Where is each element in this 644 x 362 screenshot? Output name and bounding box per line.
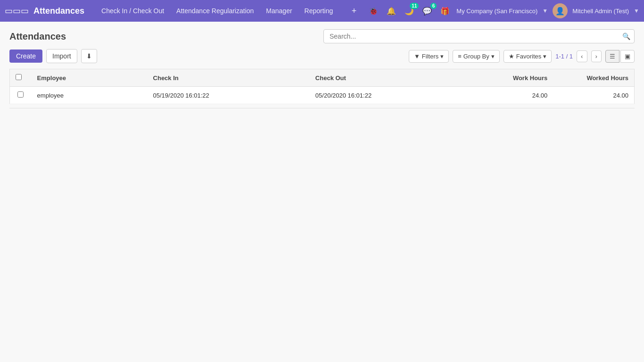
select-all-checkbox[interactable] [16,74,22,80]
filters-button[interactable]: ▼ Filters ▾ [409,50,449,63]
favorites-caret: ▾ [543,53,546,60]
company-selector[interactable]: My Company (San Francisco) [456,8,537,15]
moon-badge: 11 [410,3,419,9]
page-title: Attendances [9,31,66,42]
cell-employee: employee [32,87,148,104]
table-row[interactable]: employee 05/19/2020 16:01:22 05/20/2020 … [10,87,635,104]
toolbar: Create Import ⬇ ▼ Filters ▾ ≡ Group By ▾… [9,49,635,63]
filters-label: Filters [422,53,438,60]
app-title: Attendances [33,6,84,16]
table-body: employee 05/19/2020 16:01:22 05/20/2020 … [10,87,635,104]
notification-bell-icon[interactable]: 🔔 [385,5,398,17]
bug-icon[interactable]: 🐞 [367,5,380,17]
page-header: Attendances 🔍 [9,29,635,43]
grid-icon[interactable]: ▭▭▭ [5,6,29,16]
create-button[interactable]: Create [9,49,42,63]
favorites-label: Favorites [516,53,541,60]
list-view-button[interactable]: ☰ [605,50,619,63]
content-area: Attendances 🔍 Create Import ⬇ ▼ Filters … [0,22,644,362]
search-icon[interactable]: 🔍 [622,33,630,40]
pagination-next-button[interactable]: › [591,50,602,62]
view-toggle: ☰ ▣ [605,50,635,63]
moon-icon[interactable]: 🌙 11 [403,5,416,17]
table-separator [9,108,635,108]
favorites-button[interactable]: ★ Favorites ▾ [504,50,552,63]
group-by-button[interactable]: ≡ Group By ▾ [453,50,500,63]
pagination-prev-button[interactable]: ‹ [577,50,587,62]
toolbar-right: ▼ Filters ▾ ≡ Group By ▾ ★ Favorites ▾ 1… [409,50,635,63]
download-button[interactable]: ⬇ [81,49,97,63]
menu-item-attendance-reg[interactable]: Attendance Regularization [171,4,259,17]
topnav-right: + 🐞 🔔 🌙 11 💬 6 🎁 My Company (San Francis… [346,3,639,19]
cell-workedhours: 24.00 [553,87,634,104]
col-header-employee[interactable]: Employee [32,69,148,87]
top-navigation: ▭▭▭ Attendances Check In / Check Out Att… [0,0,644,22]
filters-caret: ▾ [440,53,444,60]
cell-checkout: 05/20/2020 16:01:22 [310,87,472,104]
table-header: Employee Check In Check Out Work Hours W… [10,69,635,87]
col-header-workedhours[interactable]: Worked Hours [553,69,634,87]
col-header-workhours[interactable]: Work Hours [472,69,553,87]
row-checkbox[interactable] [17,91,24,98]
user-avatar[interactable]: 👤 [553,3,568,18]
col-header-checkout[interactable]: Check Out [310,69,472,87]
chat-badge: 6 [430,3,437,9]
kanban-view-button[interactable]: ▣ [620,50,635,63]
menu-item-reporting[interactable]: Reporting [299,4,339,17]
filter-icon: ▼ [414,53,420,60]
search-input[interactable] [328,30,622,43]
search-bar: 🔍 [323,29,635,43]
import-button[interactable]: Import [46,49,77,63]
user-menu[interactable]: Mitchell Admin (Test) [572,8,629,15]
select-all-header [10,69,32,87]
group-by-caret: ▾ [491,53,495,60]
attendances-table: Employee Check In Check Out Work Hours W… [9,69,635,104]
cell-checkin: 05/19/2020 16:01:22 [148,87,310,104]
gift-icon[interactable]: 🎁 [438,5,452,17]
group-by-label: Group By [463,53,489,60]
user-dropdown-icon[interactable]: ▼ [634,8,639,14]
chat-icon[interactable]: 💬 6 [421,5,434,17]
pagination-info: 1-1 / 1 [555,53,573,60]
row-checkbox-cell [10,87,32,104]
add-button[interactable]: + [346,3,363,19]
company-dropdown-icon[interactable]: ▼ [542,8,548,14]
menu-item-manager[interactable]: Manager [260,4,297,17]
main-menu: Check In / Check Out Attendance Regulari… [96,4,344,17]
menu-item-check-in-out[interactable]: Check In / Check Out [96,4,170,17]
cell-workhours: 24.00 [472,87,553,104]
col-header-checkin[interactable]: Check In [148,69,310,87]
list-icon: ≡ [458,53,462,60]
star-icon: ★ [509,53,514,60]
